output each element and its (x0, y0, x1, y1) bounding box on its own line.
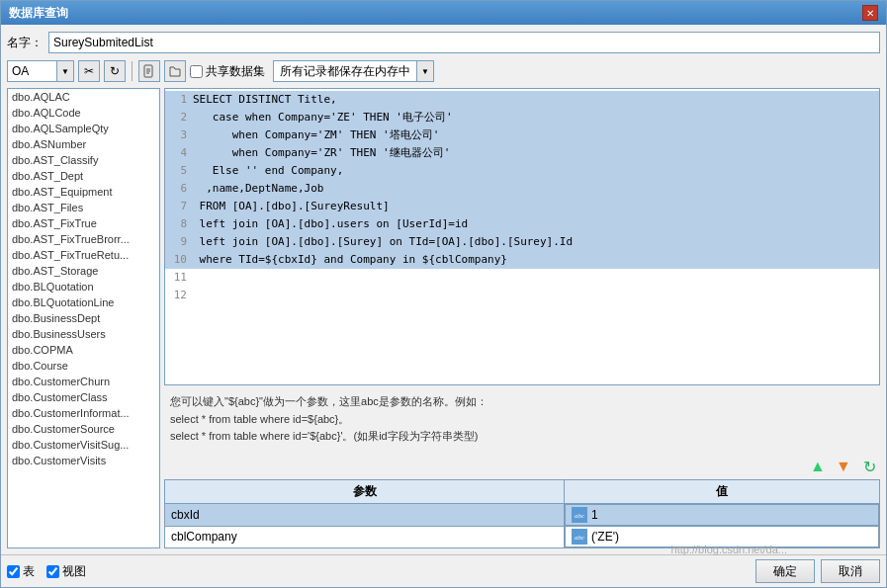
dialog-content: 名字： ▼ ✂ ↻ (1, 25, 886, 554)
left-panel-item[interactable]: dbo.AST_FixTrue (8, 215, 159, 231)
line-text: left join [OA].[dbo].users on [UserId]=i… (193, 215, 879, 233)
sql-line: 2 case when Company='ZE' THEN '电子公司' (165, 109, 879, 126)
sql-editor[interactable]: 1SELECT DISTINCT Title,2 case when Compa… (164, 88, 880, 385)
hint-area: 您可以键入"${abc}"做为一个参数，这里abc是参数的名称。例如： sele… (164, 389, 880, 450)
view-checkbox[interactable] (46, 565, 59, 578)
sql-line: 5 Else '' end Company, (165, 162, 879, 180)
param-type-icon: abc (572, 529, 587, 545)
record-dropdown-btn[interactable]: ▼ (416, 60, 434, 82)
hint-line1: 您可以键入"${abc}"做为一个参数，这里abc是参数的名称。例如： (170, 393, 874, 411)
cancel-button[interactable]: 取消 (821, 559, 880, 583)
left-panel-item[interactable]: dbo.AQLSampleQty (8, 121, 159, 136)
line-number: 4 (165, 144, 193, 162)
combo-dropdown-btn[interactable]: ▼ (56, 60, 74, 82)
bottom-bar: 表 视图 确定 取消 (1, 554, 886, 587)
line-number: 5 (165, 162, 193, 180)
params-section: ▲ ▼ ↻ 参数 值 cbxIdabc1cblCom (164, 454, 880, 548)
left-panel-item[interactable]: dbo.AST_Storage (8, 263, 159, 279)
line-number: 10 (165, 251, 193, 269)
left-panel-item[interactable]: dbo.AST_Classify (8, 152, 159, 168)
table-check-text: 表 (23, 563, 35, 580)
param-value-text: 1 (591, 508, 598, 522)
param-row[interactable]: cbxIdabc1 (165, 504, 880, 527)
param-col-header: 参数 (165, 480, 565, 504)
refresh-tool-btn[interactable]: ↻ (104, 60, 126, 82)
left-panel-item[interactable]: dbo.COPMA (8, 342, 159, 358)
view-check-label[interactable]: 视图 (46, 563, 86, 580)
params-tbody: cbxIdabc1cblCompanyabc('ZE') (165, 504, 880, 548)
sql-line: 4 when Company='ZR' THEN '继电器公司' (165, 144, 879, 162)
left-panel-item[interactable]: dbo.AST_Dept (8, 168, 159, 184)
line-text: left join [OA].[dbo].[Surey] on TId=[OA]… (193, 233, 879, 251)
view-check-text: 视图 (62, 563, 86, 580)
record-dropdown[interactable]: 所有记录都保存在内存中 ▼ (273, 60, 434, 82)
left-panel-item[interactable]: dbo.BusinessDept (8, 310, 159, 326)
left-panel-item[interactable]: dbo.CustomerVisits (8, 453, 159, 468)
sql-line: 8 left join [OA].[dbo].users on [UserId]… (165, 215, 879, 233)
param-value-cell[interactable]: abc1 (565, 504, 879, 526)
left-panel-item[interactable]: dbo.AST_Files (8, 200, 159, 215)
param-refresh-btn[interactable]: ↻ (858, 456, 880, 477)
line-text: Else '' end Company, (193, 162, 879, 180)
left-panel-item[interactable]: dbo.AQLAC (8, 89, 159, 105)
left-panel-item[interactable]: dbo.CustomerVisitSug... (8, 437, 159, 453)
params-toolbar: ▲ ▼ ↻ (164, 454, 880, 479)
sql-line: 11 (165, 269, 879, 287)
cut-tool-btn[interactable]: ✂ (78, 60, 100, 82)
left-panel[interactable]: dbo.AQLACdbo.AQLCodedbo.AQLSampleQtydbo.… (7, 88, 160, 548)
main-dialog: 数据库查询 ✕ 名字： ▼ ✂ ↻ (0, 0, 887, 588)
line-number: 12 (165, 287, 193, 304)
hint-line3: select * from table where id='${abc}'。(如… (170, 428, 874, 446)
open-file-btn[interactable] (164, 60, 186, 82)
watermark: http://blog.csdn.net/da... (671, 544, 787, 555)
line-number: 3 (165, 126, 193, 144)
sql-line: 6 ,name,DeptName,Job (165, 180, 879, 198)
param-name-cell: cbxId (165, 504, 565, 527)
line-text: SELECT DISTINCT Title, (193, 91, 879, 109)
left-panel-item[interactable]: dbo.CustomerInformat... (8, 405, 159, 421)
toolbar-separator (132, 61, 133, 81)
line-number: 7 (165, 198, 193, 215)
hint-line2: select * from table where id=${abc}。 (170, 411, 874, 429)
left-panel-item[interactable]: dbo.AQLCode (8, 105, 159, 121)
shared-dataset-checkbox-label[interactable]: 共享数据集 (190, 63, 265, 80)
left-panel-item[interactable]: dbo.CustomerClass (8, 389, 159, 405)
left-panel-item[interactable]: dbo.Course (8, 358, 159, 374)
line-number: 2 (165, 109, 193, 126)
table-checkbox[interactable] (7, 565, 20, 578)
left-panel-item[interactable]: dbo.CustomerChurn (8, 374, 159, 389)
left-panel-item[interactable]: dbo.AST_FixTrueRetu... (8, 247, 159, 263)
left-panel-item[interactable]: dbo.BLQuotationLine (8, 294, 159, 310)
close-button[interactable]: ✕ (862, 5, 878, 21)
left-panel-item[interactable]: dbo.AST_FixTrueBrorr... (8, 231, 159, 247)
param-name-cell: cblCompany (165, 526, 565, 548)
shared-dataset-checkbox[interactable] (190, 65, 203, 78)
line-number: 9 (165, 233, 193, 251)
sql-line: 10 where TId=${cbxId} and Company in ${c… (165, 251, 879, 269)
name-input[interactable] (48, 32, 880, 53)
sql-line: 3 when Company='ZM' THEN '塔电公司' (165, 126, 879, 144)
new-file-btn[interactable] (138, 60, 160, 82)
main-area: dbo.AQLACdbo.AQLCodedbo.AQLSampleQtydbo.… (7, 88, 880, 548)
left-panel-item[interactable]: dbo.CustomerSource (8, 421, 159, 437)
param-move-up-btn[interactable]: ▲ (807, 456, 829, 477)
sql-line: 12 (165, 287, 879, 304)
line-number: 6 (165, 180, 193, 198)
ok-button[interactable]: 确定 (755, 559, 815, 583)
sql-lines: 1SELECT DISTINCT Title,2 case when Compa… (165, 89, 879, 306)
new-file-icon (142, 64, 156, 78)
schema-combo[interactable]: ▼ (7, 60, 74, 82)
line-text: case when Company='ZE' THEN '电子公司' (193, 109, 879, 126)
combo-input[interactable] (7, 60, 56, 82)
param-value-text: ('ZE') (591, 530, 619, 544)
left-panel-item[interactable]: dbo.ASNumber (8, 136, 159, 152)
line-text: where TId=${cbxId} and Company in ${cblC… (193, 251, 879, 269)
param-move-down-btn[interactable]: ▼ (833, 456, 854, 477)
table-check-label[interactable]: 表 (7, 563, 35, 580)
left-panel-item[interactable]: dbo.BLQuotation (8, 279, 159, 294)
left-panel-item[interactable]: dbo.BusinessUsers (8, 326, 159, 342)
bottom-left: 表 视图 (7, 563, 750, 580)
name-label: 名字： (7, 35, 43, 51)
left-panel-item[interactable]: dbo.AST_Equipment (8, 184, 159, 200)
dialog-title: 数据库查询 (9, 5, 68, 22)
